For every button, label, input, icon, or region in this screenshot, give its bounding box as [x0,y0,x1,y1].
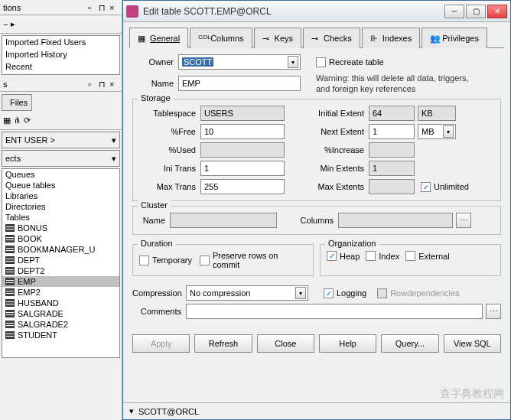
refresh-icon[interactable]: ⟳ [24,116,31,125]
window-title: Edit table SCOTT.EMP@ORCL [143,6,444,17]
table-item[interactable]: DEPT2 [2,265,119,276]
list-item[interactable]: Imported History [2,48,119,60]
user-dropdown[interactable]: ENT USER > ▾ [2,132,120,148]
window-icon[interactable]: ▫ [88,80,97,89]
unlimited-checkbox[interactable]: ✓Unlimited [421,182,469,192]
keys-icon: ⊸ [262,34,272,43]
tab-checks[interactable]: ⊸Checks [303,28,360,48]
viewsql-button[interactable]: View SQL [444,334,501,353]
table-item[interactable]: STUDENT [2,330,119,340]
view-icon[interactable]: ▦ [3,116,11,125]
list-item[interactable]: Imported Fixed Users [2,36,119,48]
table-item[interactable]: BOOK [2,233,119,244]
table-icon [5,310,15,317]
tab-privileges[interactable]: 👥Privileges [421,28,487,48]
query-button[interactable]: Query... [381,334,438,353]
toolbar-2: ▦ ⋔ ⟳ [0,112,122,130]
recreate-checkbox[interactable]: Recreate table [316,57,384,67]
compression-label: Compression [132,288,186,298]
table-item[interactable]: HUSBAND [2,298,119,308]
tab-keys[interactable]: ⊸Keys [254,28,301,48]
nextext-input[interactable] [369,124,415,139]
pctinc-input[interactable] [369,142,415,158]
minimize-button[interactable]: ─ [444,5,464,18]
name-input[interactable] [178,76,301,91]
minus-icon[interactable]: − [3,20,8,29]
tree-group[interactable]: Directories [2,201,119,212]
chevron-right-icon[interactable]: ▸ [11,19,15,29]
table-icon [5,299,15,307]
logging-checkbox[interactable]: ✓Logging [324,288,366,298]
tree-group[interactable]: Libraries [2,190,119,201]
tab-columns[interactable]: COLColumns [190,28,252,48]
table-item-selected[interactable]: EMP [2,276,119,287]
cluster-cols-browse[interactable]: ⋯ [456,213,471,228]
minext-label: Min Extents [285,164,369,173]
close-dialog-button[interactable]: Close [257,334,314,353]
chevron-down-icon[interactable]: ▾ [129,406,134,416]
panel-header-2: s ▫ ⊓ × [0,77,122,92]
pin-icon[interactable]: ⊓ [99,3,108,12]
tree-group[interactable]: Queue tables [2,180,119,190]
tree-group[interactable]: Queues [2,169,119,180]
pctused-input[interactable] [200,142,285,158]
window-icon[interactable]: ▫ [88,3,97,12]
cluster-cols-input[interactable] [338,213,453,228]
org-legend: Organization [325,239,379,248]
pctfree-input[interactable] [200,124,285,139]
table-item[interactable]: BOOKMANAGER_U [2,244,119,255]
cluster-fieldset: Cluster Name Columns ⋯ [132,206,501,235]
comments-input[interactable] [186,304,483,319]
refresh-button[interactable]: Refresh [194,334,252,353]
table-item[interactable]: SALGRADE [2,308,119,319]
minext-input[interactable] [369,161,415,176]
tree-group[interactable]: Tables [2,212,119,223]
pin-icon[interactable]: ⊓ [99,80,108,89]
owner-combo[interactable]: SCOTT ▾ [178,54,301,70]
compression-combo[interactable]: No compression ▾ [186,285,308,301]
recent-list[interactable]: Imported Fixed Users Imported History Re… [2,35,120,75]
statusbar: ▾ SCOTT@ORCL [123,402,510,419]
tab-general[interactable]: ▦General [129,28,188,48]
list-item[interactable]: Recent [2,60,119,73]
files-tab[interactable]: Files [2,94,32,111]
chevron-down-icon: ▾ [112,135,116,145]
help-button[interactable]: Help [319,334,376,353]
chevron-down-icon: ▾ [295,287,306,299]
comments-browse[interactable]: ⋯ [486,304,501,319]
close-button[interactable]: ✕ [487,5,507,18]
objects-dropdown[interactable]: ects ▾ [2,150,120,167]
initrans-input[interactable] [200,161,285,176]
external-checkbox[interactable]: External [405,251,449,261]
initext-label: Initial Extent [285,109,369,118]
table-item[interactable]: DEPT [2,255,119,265]
close-icon[interactable]: × [109,3,119,12]
nextext-unit[interactable]: MB▾ [418,124,456,139]
temporary-checkbox[interactable]: Temporary [139,256,192,265]
heap-checkbox[interactable]: ✓Heap [327,251,360,261]
table-item[interactable]: SALGRADE2 [2,319,119,330]
table-item[interactable]: BONUS [2,223,119,233]
table-icon [5,288,15,296]
pctfree-label: %Free [139,127,200,136]
initext-input[interactable] [369,106,415,121]
maxtrans-input[interactable] [200,179,285,194]
preserve-checkbox[interactable]: Preserve rows on commit [200,251,307,269]
close-icon[interactable]: × [109,80,119,89]
tab-indexes[interactable]: ⊪Indexes [362,28,421,48]
initext-unit[interactable]: KB [418,106,456,121]
tablespace-combo[interactable]: USERS [200,106,285,121]
index-checkbox[interactable]: Index [366,251,399,261]
maxext-input[interactable] [369,179,415,194]
checks-icon: ⊸ [311,34,321,43]
general-icon: ▦ [138,34,147,43]
table-item[interactable]: EMP2 [2,287,119,298]
filter-icon[interactable]: ⋔ [14,116,21,125]
apply-button[interactable]: Apply [132,334,190,353]
panel-title: s [3,80,8,89]
object-tree[interactable]: Queues Queue tables Libraries Directorie… [2,168,120,358]
cluster-name-combo[interactable] [170,213,277,228]
maximize-button[interactable]: ▢ [466,5,486,18]
panel-title: tions [3,3,21,12]
owner-label: Owner [132,57,178,67]
